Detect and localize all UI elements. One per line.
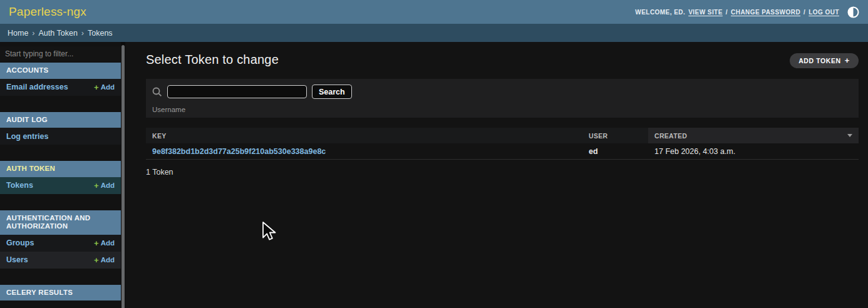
breadcrumb-separator: › bbox=[32, 29, 34, 38]
search-panel: Search Username bbox=[146, 79, 859, 118]
column-header-user[interactable]: USER bbox=[582, 128, 648, 143]
users-link[interactable]: Users bbox=[6, 255, 28, 264]
sidebar-section-auth-authorization[interactable]: AUTHENTICATION AND AUTHORIZATION bbox=[0, 210, 121, 235]
add-label: Add bbox=[101, 83, 115, 91]
sidebar-item-tokens[interactable]: Tokens + Add bbox=[0, 177, 121, 194]
sidebar-module-accounts: ACCOUNTS Email addresses + Add bbox=[0, 63, 121, 96]
email-addresses-link[interactable]: Email addresses bbox=[6, 83, 68, 91]
change-password-link[interactable]: CHANGE PASSWORD bbox=[731, 9, 800, 16]
sidebar-section-celery-results[interactable]: CELERY RESULTS bbox=[0, 285, 121, 301]
tokens-link[interactable]: Tokens bbox=[6, 181, 33, 190]
tokens-table: KEY USER CREATED 9e8f382bd1b2d3d77a25b9f… bbox=[146, 128, 859, 177]
add-user-link[interactable]: + Add bbox=[94, 255, 115, 265]
top-header-bar: Paperless-ngx WELCOME, ED. VIEW SITE / C… bbox=[0, 0, 868, 24]
add-token-button[interactable]: ADD TOKEN + bbox=[790, 53, 859, 68]
sidebar-section-auth-token[interactable]: AUTH TOKEN bbox=[0, 161, 121, 177]
sidebar-nav: ACCOUNTS Email addresses + Add AUDIT LOG… bbox=[0, 42, 125, 308]
add-email-address-link[interactable]: + Add bbox=[94, 83, 115, 92]
sidebar-item-users[interactable]: Users + Add bbox=[0, 252, 121, 269]
search-button[interactable]: Search bbox=[312, 85, 352, 99]
token-user-cell: ed bbox=[582, 147, 648, 156]
add-label: Add bbox=[101, 182, 115, 189]
breadcrumb: Home › Auth Token › Tokens bbox=[0, 24, 868, 42]
sidebar-module-audit-log: AUDIT LOG Log entries bbox=[0, 112, 121, 145]
result-count: 1 Token bbox=[146, 168, 859, 177]
add-token-link[interactable]: + Add bbox=[94, 181, 115, 190]
view-site-link[interactable]: VIEW SITE bbox=[688, 9, 723, 16]
user-tools: WELCOME, ED. VIEW SITE / CHANGE PASSWORD… bbox=[635, 6, 859, 18]
plus-icon: + bbox=[94, 239, 99, 248]
sidebar-module-auth-authorization: AUTHENTICATION AND AUTHORIZATION Groups … bbox=[0, 210, 121, 269]
token-key-link[interactable]: 9e8f382bd1b2d3d77a25b9f210ab530e338a9e8c bbox=[152, 147, 326, 156]
search-input[interactable] bbox=[167, 85, 307, 98]
sidebar-module-celery-results: CELERY RESULTS bbox=[0, 285, 121, 301]
link-separator: / bbox=[726, 9, 728, 16]
token-created-cell: 17 Feb 2026, 4:03 a.m. bbox=[648, 147, 859, 156]
sidebar-scrollbar-track[interactable] bbox=[121, 42, 125, 308]
plus-icon: + bbox=[94, 181, 99, 190]
sidebar-item-log-entries[interactable]: Log entries bbox=[0, 128, 121, 145]
sort-descending-icon[interactable] bbox=[847, 134, 852, 137]
table-row: 9e8f382bd1b2d3d77a25b9f210ab530e338a9e8c… bbox=[146, 143, 859, 160]
plus-icon: + bbox=[94, 255, 99, 265]
page-title: Select Token to change bbox=[146, 53, 279, 67]
sidebar-section-audit-log[interactable]: AUDIT LOG bbox=[0, 112, 121, 128]
sidebar-scrollbar-thumb[interactable] bbox=[121, 45, 125, 308]
search-icon bbox=[152, 87, 162, 97]
sidebar-module-auth-token: AUTH TOKEN Tokens + Add bbox=[0, 161, 121, 194]
search-field-hint: Username bbox=[152, 106, 852, 113]
admin-page: Paperless-ngx WELCOME, ED. VIEW SITE / C… bbox=[0, 0, 868, 308]
welcome-text: WELCOME, ED. bbox=[635, 9, 685, 16]
table-header-row: KEY USER CREATED bbox=[146, 128, 859, 143]
theme-toggle-icon[interactable] bbox=[847, 6, 859, 18]
add-group-link[interactable]: + Add bbox=[94, 239, 115, 248]
token-key-cell: 9e8f382bd1b2d3d77a25b9f210ab530e338a9e8c bbox=[146, 147, 582, 156]
log-out-link[interactable]: LOG OUT bbox=[809, 9, 839, 16]
log-entries-link[interactable]: Log entries bbox=[6, 132, 48, 141]
link-separator: / bbox=[803, 9, 805, 16]
main-content: Select Token to change ADD TOKEN + Searc… bbox=[125, 42, 868, 308]
groups-link[interactable]: Groups bbox=[6, 239, 34, 247]
breadcrumb-current: Tokens bbox=[88, 29, 113, 38]
breadcrumb-auth-token[interactable]: Auth Token bbox=[39, 29, 78, 38]
plus-icon: + bbox=[94, 83, 99, 92]
breadcrumb-separator: › bbox=[81, 29, 84, 38]
column-header-created-label: CREATED bbox=[654, 132, 687, 140]
add-label: Add bbox=[101, 256, 115, 264]
sidebar-filter-input[interactable] bbox=[0, 46, 121, 61]
column-header-key[interactable]: KEY bbox=[146, 128, 582, 143]
add-token-button-label: ADD TOKEN bbox=[798, 57, 841, 64]
breadcrumb-home[interactable]: Home bbox=[8, 29, 28, 38]
brand-link[interactable]: Paperless-ngx bbox=[9, 5, 86, 19]
sidebar-section-accounts[interactable]: ACCOUNTS bbox=[0, 63, 121, 79]
sidebar-item-groups[interactable]: Groups + Add bbox=[0, 235, 121, 252]
sidebar-item-email-addresses[interactable]: Email addresses + Add bbox=[0, 79, 121, 96]
plus-icon: + bbox=[845, 58, 850, 64]
column-header-created[interactable]: CREATED bbox=[648, 128, 859, 143]
add-label: Add bbox=[101, 239, 115, 247]
